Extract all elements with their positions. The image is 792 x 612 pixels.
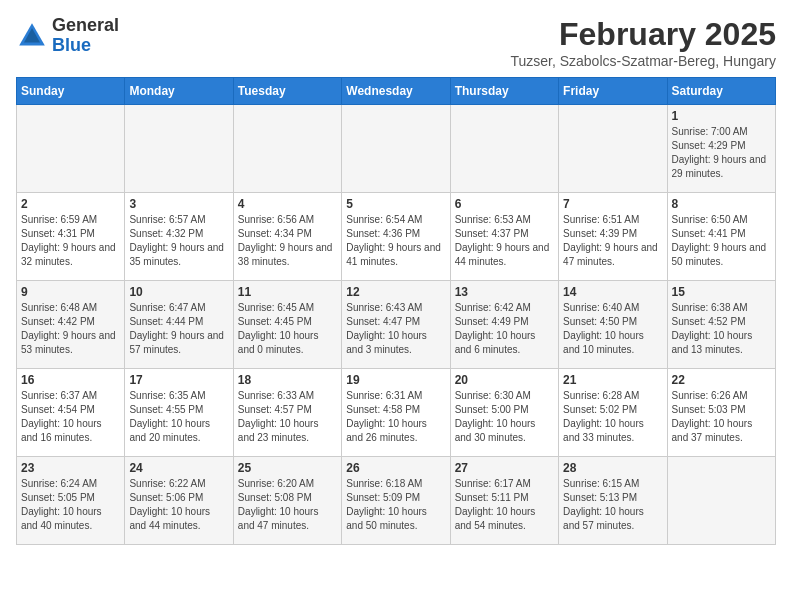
day-info: Sunrise: 6:26 AM Sunset: 5:03 PM Dayligh… (672, 389, 771, 445)
day-info: Sunrise: 6:59 AM Sunset: 4:31 PM Dayligh… (21, 213, 120, 269)
page-header: General Blue February 2025 Tuzser, Szabo… (16, 16, 776, 69)
weekday-header-monday: Monday (125, 78, 233, 105)
day-number: 25 (238, 461, 337, 475)
day-info: Sunrise: 6:54 AM Sunset: 4:36 PM Dayligh… (346, 213, 445, 269)
calendar-cell: 3Sunrise: 6:57 AM Sunset: 4:32 PM Daylig… (125, 193, 233, 281)
calendar-cell: 12Sunrise: 6:43 AM Sunset: 4:47 PM Dayli… (342, 281, 450, 369)
calendar-cell: 6Sunrise: 6:53 AM Sunset: 4:37 PM Daylig… (450, 193, 558, 281)
day-number: 12 (346, 285, 445, 299)
day-info: Sunrise: 6:37 AM Sunset: 4:54 PM Dayligh… (21, 389, 120, 445)
day-number: 26 (346, 461, 445, 475)
day-info: Sunrise: 6:22 AM Sunset: 5:06 PM Dayligh… (129, 477, 228, 533)
day-info: Sunrise: 6:45 AM Sunset: 4:45 PM Dayligh… (238, 301, 337, 357)
day-number: 6 (455, 197, 554, 211)
day-number: 19 (346, 373, 445, 387)
calendar-cell: 20Sunrise: 6:30 AM Sunset: 5:00 PM Dayli… (450, 369, 558, 457)
day-number: 13 (455, 285, 554, 299)
day-number: 11 (238, 285, 337, 299)
weekday-header-wednesday: Wednesday (342, 78, 450, 105)
location-subtitle: Tuzser, Szabolcs-Szatmar-Bereg, Hungary (510, 53, 776, 69)
weekday-header-thursday: Thursday (450, 78, 558, 105)
calendar-cell: 9Sunrise: 6:48 AM Sunset: 4:42 PM Daylig… (17, 281, 125, 369)
month-title: February 2025 (510, 16, 776, 53)
day-info: Sunrise: 6:48 AM Sunset: 4:42 PM Dayligh… (21, 301, 120, 357)
week-row-2: 9Sunrise: 6:48 AM Sunset: 4:42 PM Daylig… (17, 281, 776, 369)
day-info: Sunrise: 6:28 AM Sunset: 5:02 PM Dayligh… (563, 389, 662, 445)
day-info: Sunrise: 6:56 AM Sunset: 4:34 PM Dayligh… (238, 213, 337, 269)
calendar-cell: 11Sunrise: 6:45 AM Sunset: 4:45 PM Dayli… (233, 281, 341, 369)
day-number: 24 (129, 461, 228, 475)
day-number: 21 (563, 373, 662, 387)
calendar-table: SundayMondayTuesdayWednesdayThursdayFrid… (16, 77, 776, 545)
calendar-cell: 22Sunrise: 6:26 AM Sunset: 5:03 PM Dayli… (667, 369, 775, 457)
day-number: 4 (238, 197, 337, 211)
calendar-cell: 26Sunrise: 6:18 AM Sunset: 5:09 PM Dayli… (342, 457, 450, 545)
calendar-cell: 23Sunrise: 6:24 AM Sunset: 5:05 PM Dayli… (17, 457, 125, 545)
day-number: 17 (129, 373, 228, 387)
day-number: 7 (563, 197, 662, 211)
calendar-cell: 24Sunrise: 6:22 AM Sunset: 5:06 PM Dayli… (125, 457, 233, 545)
day-number: 18 (238, 373, 337, 387)
weekday-header-saturday: Saturday (667, 78, 775, 105)
day-number: 22 (672, 373, 771, 387)
day-number: 20 (455, 373, 554, 387)
calendar-cell: 14Sunrise: 6:40 AM Sunset: 4:50 PM Dayli… (559, 281, 667, 369)
calendar-cell (559, 105, 667, 193)
day-info: Sunrise: 6:38 AM Sunset: 4:52 PM Dayligh… (672, 301, 771, 357)
calendar-cell: 28Sunrise: 6:15 AM Sunset: 5:13 PM Dayli… (559, 457, 667, 545)
day-info: Sunrise: 6:24 AM Sunset: 5:05 PM Dayligh… (21, 477, 120, 533)
calendar-cell: 5Sunrise: 6:54 AM Sunset: 4:36 PM Daylig… (342, 193, 450, 281)
day-info: Sunrise: 6:50 AM Sunset: 4:41 PM Dayligh… (672, 213, 771, 269)
day-info: Sunrise: 6:31 AM Sunset: 4:58 PM Dayligh… (346, 389, 445, 445)
weekday-header-tuesday: Tuesday (233, 78, 341, 105)
day-info: Sunrise: 6:43 AM Sunset: 4:47 PM Dayligh… (346, 301, 445, 357)
calendar-cell: 16Sunrise: 6:37 AM Sunset: 4:54 PM Dayli… (17, 369, 125, 457)
day-number: 16 (21, 373, 120, 387)
logo-blue: Blue (52, 35, 91, 55)
day-number: 5 (346, 197, 445, 211)
day-number: 9 (21, 285, 120, 299)
day-info: Sunrise: 6:57 AM Sunset: 4:32 PM Dayligh… (129, 213, 228, 269)
day-info: Sunrise: 6:47 AM Sunset: 4:44 PM Dayligh… (129, 301, 228, 357)
day-number: 10 (129, 285, 228, 299)
day-info: Sunrise: 6:18 AM Sunset: 5:09 PM Dayligh… (346, 477, 445, 533)
day-info: Sunrise: 6:40 AM Sunset: 4:50 PM Dayligh… (563, 301, 662, 357)
day-number: 27 (455, 461, 554, 475)
week-row-3: 16Sunrise: 6:37 AM Sunset: 4:54 PM Dayli… (17, 369, 776, 457)
calendar-cell: 1Sunrise: 7:00 AM Sunset: 4:29 PM Daylig… (667, 105, 775, 193)
calendar-cell: 17Sunrise: 6:35 AM Sunset: 4:55 PM Dayli… (125, 369, 233, 457)
day-number: 28 (563, 461, 662, 475)
calendar-cell: 10Sunrise: 6:47 AM Sunset: 4:44 PM Dayli… (125, 281, 233, 369)
day-number: 14 (563, 285, 662, 299)
day-info: Sunrise: 6:20 AM Sunset: 5:08 PM Dayligh… (238, 477, 337, 533)
calendar-cell: 4Sunrise: 6:56 AM Sunset: 4:34 PM Daylig… (233, 193, 341, 281)
calendar-cell: 15Sunrise: 6:38 AM Sunset: 4:52 PM Dayli… (667, 281, 775, 369)
weekday-header-sunday: Sunday (17, 78, 125, 105)
calendar-cell: 18Sunrise: 6:33 AM Sunset: 4:57 PM Dayli… (233, 369, 341, 457)
calendar-cell (17, 105, 125, 193)
day-info: Sunrise: 6:15 AM Sunset: 5:13 PM Dayligh… (563, 477, 662, 533)
calendar-cell (233, 105, 341, 193)
calendar-cell: 8Sunrise: 6:50 AM Sunset: 4:41 PM Daylig… (667, 193, 775, 281)
day-number: 8 (672, 197, 771, 211)
week-row-0: 1Sunrise: 7:00 AM Sunset: 4:29 PM Daylig… (17, 105, 776, 193)
calendar-cell: 21Sunrise: 6:28 AM Sunset: 5:02 PM Dayli… (559, 369, 667, 457)
calendar-cell: 2Sunrise: 6:59 AM Sunset: 4:31 PM Daylig… (17, 193, 125, 281)
day-number: 3 (129, 197, 228, 211)
calendar-cell: 27Sunrise: 6:17 AM Sunset: 5:11 PM Dayli… (450, 457, 558, 545)
calendar-cell (450, 105, 558, 193)
day-info: Sunrise: 6:42 AM Sunset: 4:49 PM Dayligh… (455, 301, 554, 357)
week-row-4: 23Sunrise: 6:24 AM Sunset: 5:05 PM Dayli… (17, 457, 776, 545)
day-number: 23 (21, 461, 120, 475)
calendar-cell (342, 105, 450, 193)
calendar-cell: 7Sunrise: 6:51 AM Sunset: 4:39 PM Daylig… (559, 193, 667, 281)
week-row-1: 2Sunrise: 6:59 AM Sunset: 4:31 PM Daylig… (17, 193, 776, 281)
weekday-header-friday: Friday (559, 78, 667, 105)
calendar-cell (667, 457, 775, 545)
logo-general: General (52, 15, 119, 35)
logo-text: General Blue (52, 16, 119, 56)
calendar-cell: 13Sunrise: 6:42 AM Sunset: 4:49 PM Dayli… (450, 281, 558, 369)
logo-icon (16, 20, 48, 52)
day-info: Sunrise: 6:17 AM Sunset: 5:11 PM Dayligh… (455, 477, 554, 533)
day-info: Sunrise: 6:33 AM Sunset: 4:57 PM Dayligh… (238, 389, 337, 445)
